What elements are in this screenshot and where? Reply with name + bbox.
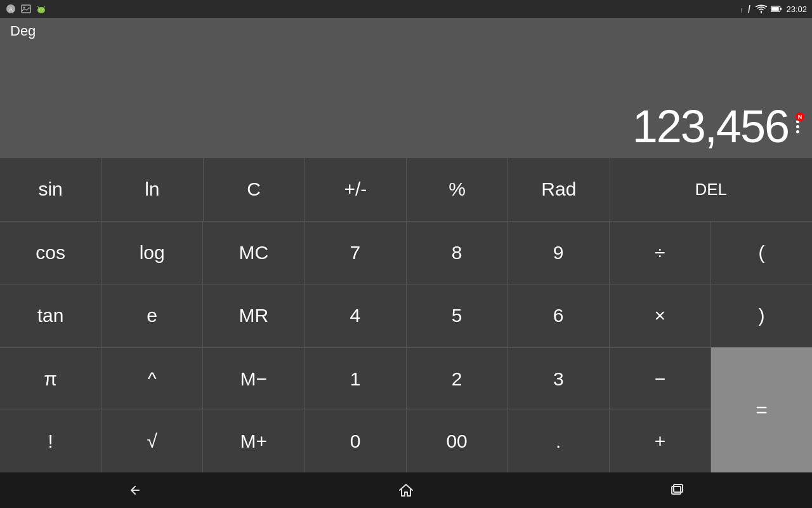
key-cos[interactable]: cos <box>0 222 102 284</box>
key-equals[interactable]: = <box>710 347 812 472</box>
battery-icon <box>771 3 782 15</box>
status-right-icons: 23:02 <box>740 3 807 15</box>
menu-button[interactable]: N <box>794 115 802 138</box>
svg-point-6 <box>43 10 44 11</box>
key-sin[interactable]: sin <box>0 158 102 221</box>
svg-rect-2 <box>22 5 30 13</box>
key-row-5: ! √ M+ 0 00 . + <box>0 410 710 472</box>
nav-bar <box>0 472 812 508</box>
svg-line-10 <box>741 8 742 13</box>
key-3[interactable]: 3 <box>508 348 610 410</box>
dot-2 <box>796 125 799 128</box>
key-5[interactable]: 5 <box>407 284 508 347</box>
key-mr[interactable]: MR <box>203 284 304 347</box>
key-row-4: π ^ M− 1 2 3 − <box>0 347 710 410</box>
home-button[interactable] <box>387 478 425 503</box>
key-sqrt[interactable]: √ <box>102 410 203 472</box>
mode-label: Deg <box>10 23 802 39</box>
key-log[interactable]: log <box>102 222 203 284</box>
rows-4-5-container: π ^ M− 1 2 3 − ! √ M+ 0 00 . + = <box>0 347 812 472</box>
key-row-3: tan e MR 4 5 6 × ) <box>0 284 812 347</box>
signal-icon <box>740 3 752 15</box>
key-row-1: sin ln C +/- % Rad DEL <box>0 157 812 221</box>
key-tan[interactable]: tan <box>0 284 102 347</box>
back-button[interactable] <box>116 478 154 503</box>
key-e[interactable]: e <box>102 284 203 347</box>
equals-container: = <box>710 347 812 472</box>
key-factorial[interactable]: ! <box>0 410 102 472</box>
key-plus-minus[interactable]: +/- <box>305 158 407 221</box>
wifi-icon <box>756 3 767 15</box>
result-row: 123,456 N <box>10 100 802 152</box>
key-8[interactable]: 8 <box>407 222 508 284</box>
key-mminus[interactable]: M− <box>203 348 304 410</box>
key-multiply[interactable]: × <box>610 284 711 347</box>
recents-button[interactable] <box>658 478 696 503</box>
status-left-icons: A <box>5 3 47 15</box>
dot-3 <box>796 130 799 133</box>
key-row-2: cos log MC 7 8 9 ÷ ( <box>0 221 812 284</box>
key-percent[interactable]: % <box>407 158 508 221</box>
display-area: Deg 123,456 N <box>0 18 812 157</box>
key-subtract[interactable]: − <box>610 348 710 410</box>
key-1[interactable]: 1 <box>304 348 406 410</box>
key-6[interactable]: 6 <box>508 284 610 347</box>
svg-point-3 <box>23 7 25 9</box>
svg-line-7 <box>38 6 39 8</box>
key-del[interactable]: DEL <box>610 158 813 221</box>
result-value: 123,456 <box>632 100 789 152</box>
key-mplus[interactable]: M+ <box>203 410 304 472</box>
key-pi[interactable]: π <box>0 348 102 410</box>
keypad: sin ln C +/- % Rad DEL cos log MC 7 8 9 … <box>0 157 812 472</box>
key-7[interactable]: 7 <box>304 222 406 284</box>
android-icon <box>36 3 47 15</box>
svg-point-5 <box>39 10 41 11</box>
svg-line-9 <box>749 5 750 13</box>
svg-text:A: A <box>9 6 13 13</box>
status-bar: A 23:02 <box>0 0 812 18</box>
key-4[interactable]: 4 <box>304 284 406 347</box>
key-0[interactable]: 0 <box>304 410 406 472</box>
key-9[interactable]: 9 <box>508 222 610 284</box>
key-power[interactable]: ^ <box>102 348 203 410</box>
svg-rect-13 <box>780 8 782 10</box>
rows-4-5-left: π ^ M− 1 2 3 − ! √ M+ 0 00 . + <box>0 347 710 472</box>
key-ln[interactable]: ln <box>102 158 203 221</box>
key-2[interactable]: 2 <box>407 348 508 410</box>
key-open-paren[interactable]: ( <box>711 222 812 284</box>
time-display: 23:02 <box>786 4 807 14</box>
key-decimal[interactable]: . <box>508 410 610 472</box>
svg-line-8 <box>44 6 45 8</box>
key-rad[interactable]: Rad <box>508 158 610 221</box>
key-divide[interactable]: ÷ <box>610 222 711 284</box>
key-mc[interactable]: MC <box>203 222 304 284</box>
notification-badge: N <box>796 112 804 121</box>
key-add[interactable]: + <box>610 410 710 472</box>
key-00[interactable]: 00 <box>407 410 508 472</box>
app-icon-1: A <box>5 3 16 15</box>
svg-rect-12 <box>772 7 779 11</box>
key-close-paren[interactable]: ) <box>711 284 812 347</box>
image-icon <box>20 3 32 15</box>
key-clear[interactable]: C <box>204 158 305 221</box>
